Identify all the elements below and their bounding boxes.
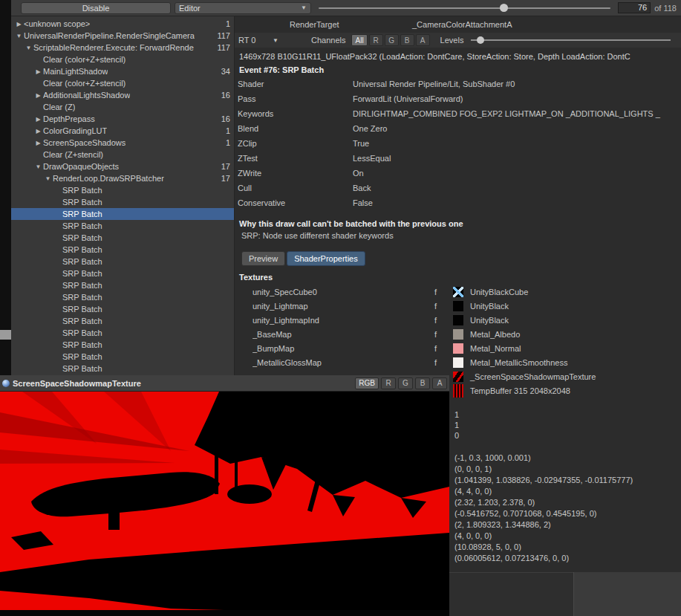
tree-expand-arrow-icon[interactable]: ▶ xyxy=(33,116,43,123)
tree-row[interactable]: SRP Batch xyxy=(11,184,234,196)
tree-expand-arrow-icon[interactable]: ▶ xyxy=(14,21,24,27)
event-slider[interactable] xyxy=(319,2,610,14)
texture-name: Metal_MetallicSmoothness xyxy=(470,358,567,367)
texture-row[interactable]: _BumpMap f Metal_Normal xyxy=(235,341,681,355)
target-selector-dropdown[interactable]: Editor ▼ xyxy=(175,2,311,14)
tree-row[interactable]: SRP Batch xyxy=(11,279,234,291)
tree-row[interactable]: ▶ AdditionalLightsShadow 16 xyxy=(11,89,234,101)
preview-title: ScreenSpaceShadowmapTexture xyxy=(13,379,355,388)
channel-button[interactable]: R xyxy=(369,34,383,46)
tree-row-label: SRP Batch xyxy=(62,317,102,325)
tree-row[interactable]: SRP Batch xyxy=(11,363,234,375)
tree-row[interactable]: SRP Batch xyxy=(11,339,234,351)
channels-toolbar: RT 0 ▼ Channels All R G B A Levels xyxy=(235,33,681,48)
tree-row[interactable]: ▼ ScriptableRenderer.Execute: ForwardRen… xyxy=(11,42,234,54)
disable-button[interactable]: Disable xyxy=(21,2,171,14)
tree-expand-arrow-icon[interactable]: ▶ xyxy=(33,128,43,134)
tree-row[interactable]: ▼ DrawOpaqueObjects 17 xyxy=(11,161,234,172)
detail-tabs: Preview ShaderProperties xyxy=(235,241,681,266)
render-target-value: _CameraColorAttachmentA xyxy=(412,20,512,29)
texture-thumbnail xyxy=(453,357,463,368)
tree-expand-arrow-icon[interactable]: ▼ xyxy=(24,45,33,51)
texture-row[interactable]: unity_SpecCube0 f UnityBlackCube xyxy=(235,285,681,299)
tree-row-label: MainLightShadow xyxy=(43,67,108,76)
channel-button[interactable]: A xyxy=(416,34,430,46)
tree-row-label: ScreenSpaceShadows xyxy=(43,138,126,147)
tree-row[interactable]: ▼ UniversalRenderPipeline.RenderSingleCa… xyxy=(11,30,234,42)
vector-value: (4, 0, 0, 0) xyxy=(454,531,681,542)
property-value: LessEqual xyxy=(353,154,391,163)
tree-row-label: SRP Batch xyxy=(62,352,102,361)
tree-expand-arrow-icon[interactable]: ▶ xyxy=(33,68,43,75)
tree-expand-arrow-icon[interactable]: ▼ xyxy=(14,33,24,39)
texture-row[interactable]: _BaseMap f Metal_Albedo xyxy=(235,327,681,341)
property-label: ZTest xyxy=(238,154,353,163)
shader-property-row: ZWrite On xyxy=(235,166,681,181)
rt-index-dropdown[interactable]: RT 0 ▼ xyxy=(238,36,281,45)
render-target-info: 1469x728 B10G11R11_UFloatPack32 (LoadAct… xyxy=(235,48,681,62)
scalar-value: 1 xyxy=(454,409,681,420)
channel-button[interactable]: B xyxy=(400,34,414,46)
tree-row[interactable]: ▶ MainLightShadow 34 xyxy=(11,65,234,77)
texture-row[interactable]: unity_LightmapInd f UnityBlack xyxy=(235,313,681,327)
event-slider-thumb[interactable] xyxy=(500,4,508,12)
tree-row-count: 1 xyxy=(226,138,234,147)
tree-expand-arrow-icon[interactable]: ▶ xyxy=(33,140,43,146)
tree-row[interactable]: ▶ DepthPrepass 16 xyxy=(11,113,234,125)
detail-tab[interactable]: Preview xyxy=(241,251,285,266)
tree-row[interactable]: SRP Batch xyxy=(11,244,234,256)
tree-row[interactable]: Clear (color+Z+stencil) xyxy=(11,54,234,65)
tree-row[interactable]: ▶ <unknown scope> 1 xyxy=(11,18,234,30)
property-label: Pass xyxy=(238,94,353,103)
channel-button[interactable]: G xyxy=(385,34,399,46)
channel-button[interactable]: All xyxy=(351,34,367,46)
tree-expand-arrow-icon[interactable]: ▶ xyxy=(33,92,43,99)
tree-row[interactable]: SRP Batch xyxy=(11,291,234,303)
vector-value: (-0.5416752, 0.7071068, 0.4545195, 0) xyxy=(454,508,681,519)
tree-row[interactable]: SRP Batch xyxy=(11,351,234,363)
shader-property-row: Keywords DIRLIGHTMAP_COMBINED FOG_EXP2 L… xyxy=(235,106,681,121)
property-value: On xyxy=(353,169,364,178)
tree-row[interactable]: SRP Batch xyxy=(11,327,234,339)
texture-row[interactable]: _MetallicGlossMap f Metal_MetallicSmooth… xyxy=(235,355,681,369)
levels-slider[interactable] xyxy=(471,35,671,45)
tree-row-label: SRP Batch xyxy=(62,245,102,254)
event-number-input[interactable]: 76 xyxy=(618,2,651,13)
tree-row[interactable]: SRP Batch xyxy=(11,315,234,327)
vector-value: (2.32, 1.203, 2.378, 0) xyxy=(454,497,681,508)
tree-expand-arrow-icon[interactable]: ▼ xyxy=(43,175,53,182)
shader-properties-list: Shader Universal Render Pipeline/Lit, Su… xyxy=(235,77,681,210)
vector-value: (1.041399, 1.038826, -0.02947355, -0.011… xyxy=(454,475,681,486)
preview-channel-button[interactable]: R xyxy=(381,377,396,389)
tree-row[interactable]: SRP Batch xyxy=(11,196,234,208)
texture-row[interactable]: unity_Lightmap f UnityBlack xyxy=(235,299,681,313)
tree-row[interactable]: SRP Batch xyxy=(11,303,234,315)
tree-row[interactable]: Clear (color+Z+stencil) xyxy=(11,77,234,89)
preview-channel-button[interactable]: B xyxy=(415,377,430,389)
property-value: DIRLIGHTMAP_COMBINED FOG_EXP2 LIGHTMAP_O… xyxy=(353,109,660,118)
tree-expand-arrow-icon[interactable]: ▼ xyxy=(33,163,43,170)
tree-row[interactable]: SRP Batch xyxy=(11,208,234,220)
tree-row[interactable]: SRP Batch xyxy=(11,220,234,232)
tree-row[interactable]: ▶ ScreenSpaceShadows 1 xyxy=(11,137,234,149)
tree-row-label: SRP Batch xyxy=(62,328,102,337)
detail-tab[interactable]: ShaderProperties xyxy=(287,251,365,266)
frame-debugger-toolbar: Disable Editor ▼ 76 of 118 xyxy=(11,0,681,16)
tree-row[interactable]: ▶ ColorGradingLUT 1 xyxy=(11,125,234,137)
preview-header[interactable]: ScreenSpaceShadowmapTexture RGB R G B A xyxy=(0,375,449,392)
tree-row[interactable]: ▼ RenderLoop.DrawSRPBatcher 17 xyxy=(11,172,234,184)
chevron-down-icon: ▼ xyxy=(273,37,278,44)
preview-channel-button[interactable]: RGB xyxy=(355,377,379,389)
tree-row[interactable]: Clear (Z+stencil) xyxy=(11,149,234,161)
preview-channel-button[interactable]: A xyxy=(432,377,447,389)
tree-row[interactable]: SRP Batch xyxy=(11,268,234,279)
tree-row[interactable]: Clear (Z) xyxy=(11,101,234,113)
texture-thumbnail xyxy=(453,301,463,311)
texture-flag: f xyxy=(434,288,453,296)
preview-channel-button[interactable]: G xyxy=(398,377,413,389)
tree-row[interactable]: SRP Batch xyxy=(11,232,234,244)
tree-row-label: UniversalRenderPipeline.RenderSingleCame… xyxy=(24,31,195,40)
batch-break-title: Why this draw call can't be batched with… xyxy=(235,210,681,230)
tree-row[interactable]: SRP Batch xyxy=(11,256,234,268)
levels-slider-thumb[interactable] xyxy=(477,36,484,44)
